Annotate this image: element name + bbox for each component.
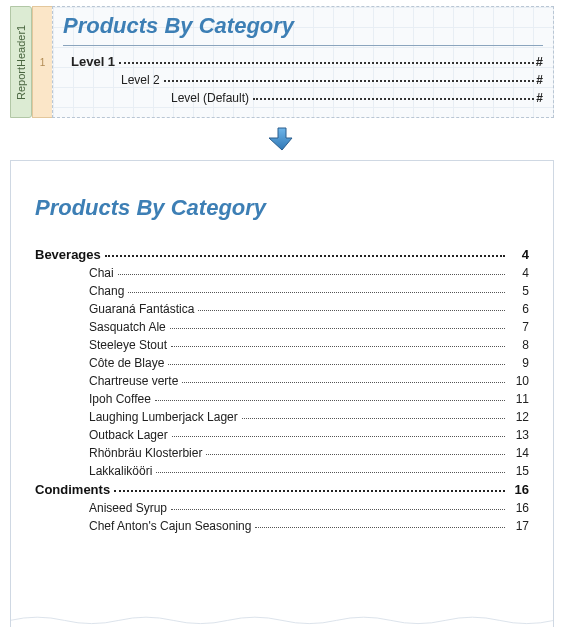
leader-dots <box>114 490 505 492</box>
leader-dots <box>164 80 535 82</box>
toc-item-row[interactable]: Steeleye Stout8 <box>35 336 529 354</box>
toc-page-placeholder: # <box>536 73 543 87</box>
leader-dots <box>255 527 505 528</box>
toc-category-row[interactable]: Condiments 16 <box>35 480 529 499</box>
leader-dots <box>118 274 505 275</box>
leader-dots <box>119 62 534 64</box>
leader-dots <box>105 255 505 257</box>
leader-dots <box>168 364 505 365</box>
design-surface[interactable]: Products By Category Level 1 # Level 2 #… <box>52 6 554 118</box>
toc-item-row[interactable]: Sasquatch Ale7 <box>35 318 529 336</box>
toc-item-label: Outback Lager <box>89 428 168 442</box>
toc-page-number: 4 <box>511 247 529 262</box>
toc-page-number: 7 <box>511 320 529 334</box>
ruler-gutter: 1 <box>32 6 52 118</box>
toc-item-row[interactable]: Chef Anton's Cajun Seasoning17 <box>35 517 529 535</box>
toc-category-row[interactable]: Beverages 4 <box>35 245 529 264</box>
toc-item-label: Ipoh Coffee <box>89 392 151 406</box>
toc-page-number: 6 <box>511 302 529 316</box>
toc-item-row[interactable]: Lakkalikööri15 <box>35 462 529 480</box>
leader-dots <box>182 382 505 383</box>
torn-page-edge <box>10 614 554 627</box>
toc-item-row[interactable]: Chartreuse verte10 <box>35 372 529 390</box>
toc-item-label: Steeleye Stout <box>89 338 167 352</box>
toc-item-row[interactable]: Guaraná Fantástica6 <box>35 300 529 318</box>
toc-item-label: Laughing Lumberjack Lager <box>89 410 238 424</box>
leader-dots <box>198 310 505 311</box>
toc-item-row[interactable]: Ipoh Coffee11 <box>35 390 529 408</box>
toc-item-row[interactable]: Laughing Lumberjack Lager12 <box>35 408 529 426</box>
toc-item-label: Aniseed Syrup <box>89 501 167 515</box>
toc-level-label: Level (Default) <box>171 91 249 105</box>
toc-page-number: 13 <box>511 428 529 442</box>
toc-level-default-template[interactable]: Level (Default) # <box>171 89 543 107</box>
toc-page-number: 15 <box>511 464 529 478</box>
leader-dots <box>206 454 505 455</box>
toc-item-label: Rhönbräu Klosterbier <box>89 446 202 460</box>
leader-dots <box>171 509 505 510</box>
leader-dots <box>242 418 505 419</box>
leader-dots <box>253 98 534 100</box>
toc-item-row[interactable]: Outback Lager13 <box>35 426 529 444</box>
toc-page-number: 14 <box>511 446 529 460</box>
toc-item-row[interactable]: Chang5 <box>35 282 529 300</box>
toc-category-label: Beverages <box>35 247 101 262</box>
toc-item-label: Chef Anton's Cajun Seasoning <box>89 519 251 533</box>
leader-dots <box>171 346 505 347</box>
toc-page-placeholder: # <box>536 91 543 105</box>
toc-item-row[interactable]: Rhönbräu Klosterbier14 <box>35 444 529 462</box>
toc-level-label: Level 2 <box>121 73 160 87</box>
report-header-tab[interactable]: ReportHeader1 <box>10 6 32 118</box>
toc-page-number: 17 <box>511 519 529 533</box>
report-designer: ReportHeader1 1 Products By Category Lev… <box>10 6 554 118</box>
designer-title[interactable]: Products By Category <box>63 13 543 39</box>
designer-divider <box>63 45 543 46</box>
toc-level-label: Level 1 <box>71 54 115 69</box>
toc-level-1-template[interactable]: Level 1 # <box>71 52 543 71</box>
toc-page-number: 8 <box>511 338 529 352</box>
toc-page-number: 4 <box>511 266 529 280</box>
toc-item-row[interactable]: Chai4 <box>35 264 529 282</box>
toc-item-row[interactable]: Aniseed Syrup16 <box>35 499 529 517</box>
toc-item-label: Guaraná Fantástica <box>89 302 194 316</box>
toc-item-label: Côte de Blaye <box>89 356 164 370</box>
toc-item-label: Chang <box>89 284 124 298</box>
toc-item-label: Lakkalikööri <box>89 464 152 478</box>
toc-page-number: 11 <box>511 392 529 406</box>
leader-dots <box>172 436 505 437</box>
toc-page-number: 9 <box>511 356 529 370</box>
toc-page-number: 16 <box>511 482 529 497</box>
toc-page-number: 5 <box>511 284 529 298</box>
report-preview: Products By Category Beverages 4 Chai4 C… <box>10 160 554 627</box>
toc-page-number: 10 <box>511 374 529 388</box>
arrow-down-icon <box>269 126 295 152</box>
leader-dots <box>170 328 505 329</box>
toc-category-label: Condiments <box>35 482 110 497</box>
leader-dots <box>155 400 505 401</box>
leader-dots <box>128 292 505 293</box>
toc-page-number: 12 <box>511 410 529 424</box>
toc-page-number: 16 <box>511 501 529 515</box>
toc-item-label: Chai <box>89 266 114 280</box>
toc-level-2-template[interactable]: Level 2 # <box>121 71 543 89</box>
toc-item-label: Sasquatch Ale <box>89 320 166 334</box>
preview-title: Products By Category <box>35 195 529 221</box>
toc-item-label: Chartreuse verte <box>89 374 178 388</box>
leader-dots <box>156 472 505 473</box>
toc-item-row[interactable]: Côte de Blaye9 <box>35 354 529 372</box>
toc-page-placeholder: # <box>536 54 543 69</box>
